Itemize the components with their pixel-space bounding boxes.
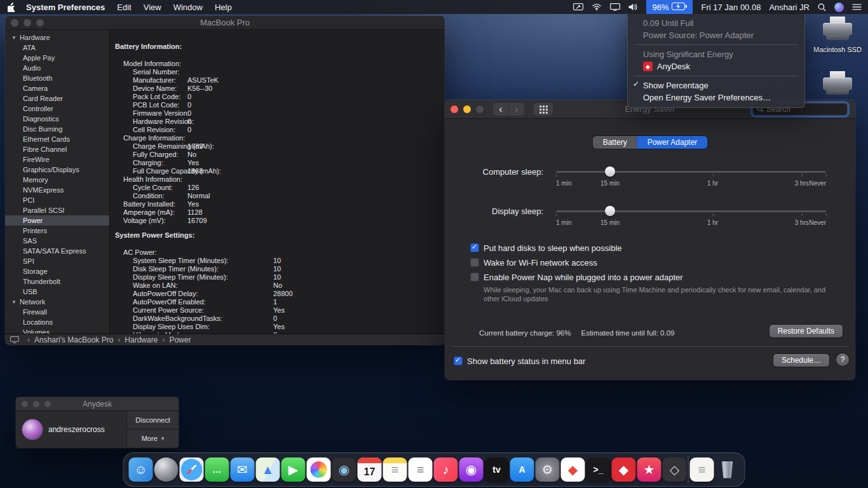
sidebar-item[interactable]: Audio bbox=[5, 63, 109, 73]
menu-bar-battery-row[interactable]: Show battery status in menu bar bbox=[454, 356, 585, 365]
textedit[interactable]: ≡ bbox=[690, 458, 714, 482]
checkbox[interactable] bbox=[470, 243, 479, 252]
menubar-clock[interactable]: Fri 17 Jan 00.08 bbox=[701, 3, 761, 12]
screen-sharing-icon[interactable] bbox=[573, 3, 583, 11]
show-battery-status-checkbox[interactable] bbox=[454, 356, 463, 365]
battery-menu-extra[interactable]: 96% bbox=[646, 0, 693, 14]
menubar-menu[interactable]: Help bbox=[215, 3, 232, 12]
music[interactable]: ♪ bbox=[434, 458, 458, 482]
system-preferences[interactable]: ⚙ bbox=[536, 458, 560, 482]
siri[interactable] bbox=[154, 458, 179, 482]
menubar-menu[interactable]: Edit bbox=[117, 3, 131, 12]
sidebar-item[interactable]: Diagnostics bbox=[5, 114, 109, 124]
slider-knob[interactable] bbox=[605, 166, 615, 177]
sidebar-item[interactable]: Graphics/Displays bbox=[5, 165, 109, 175]
sidebar-item[interactable]: Printers bbox=[5, 226, 109, 236]
open-energy-prefs-item[interactable]: Open Energy Saver Preferences… bbox=[628, 92, 804, 104]
photos[interactable] bbox=[307, 458, 331, 482]
disconnect-button[interactable]: Disconnect bbox=[127, 411, 179, 429]
tab[interactable]: Power Adapter bbox=[637, 136, 708, 149]
sidebar-item[interactable]: Camera bbox=[5, 83, 109, 93]
sidebar-item[interactable]: Controller bbox=[5, 104, 109, 114]
tv[interactable]: tv bbox=[485, 458, 509, 482]
sysinfo-titlebar[interactable]: MacBook Pro bbox=[5, 16, 445, 30]
checkbox-row[interactable]: Put hard disks to sleep when possible bbox=[470, 243, 683, 252]
energy-app-item[interactable]: AnyDesk bbox=[628, 60, 804, 72]
minimize-button[interactable] bbox=[463, 105, 471, 113]
sidebar-item[interactable]: PCI bbox=[5, 195, 109, 205]
sidebar-item[interactable]: Volumes bbox=[5, 327, 109, 334]
sidebar-item[interactable]: Ethernet Cards bbox=[5, 134, 109, 144]
sidebar-item[interactable]: SATA/SATA Express bbox=[5, 246, 109, 256]
anydesk-titlebar[interactable]: Anydesk bbox=[16, 397, 179, 411]
slider-knob[interactable] bbox=[605, 206, 615, 216]
volume-icon[interactable] bbox=[628, 3, 638, 11]
sidebar-item[interactable]: Bluetooth bbox=[5, 73, 109, 83]
siri-icon[interactable] bbox=[834, 3, 844, 12]
sidebar-item[interactable]: SAS bbox=[5, 236, 109, 246]
facetime[interactable]: ▶ bbox=[281, 458, 306, 482]
help-button[interactable]: ? bbox=[836, 353, 849, 366]
restore-defaults-button[interactable]: Restore Defaults bbox=[770, 325, 843, 337]
tab[interactable]: Battery bbox=[593, 136, 637, 149]
mail[interactable]: ✉ bbox=[231, 458, 255, 482]
desktop-printer-icon[interactable] bbox=[815, 71, 860, 98]
menubar-menu[interactable]: Window bbox=[173, 3, 203, 12]
computer-sleep-slider[interactable]: 1 min15 min1 hr3 hrsNever bbox=[556, 165, 826, 194]
forward-button[interactable]: › bbox=[509, 103, 524, 116]
anydesk-2[interactable]: ◆ bbox=[612, 458, 636, 482]
spotlight-search-icon[interactable] bbox=[818, 3, 826, 11]
sidebar-item[interactable]: Card Reader bbox=[5, 93, 109, 104]
podcasts[interactable]: ◉ bbox=[459, 458, 484, 482]
trash[interactable] bbox=[715, 458, 740, 482]
zoom-button[interactable] bbox=[36, 19, 44, 27]
back-button[interactable]: ‹ bbox=[493, 103, 508, 116]
sidebar-item[interactable]: Locations bbox=[5, 317, 109, 327]
notification-center-icon[interactable] bbox=[852, 3, 862, 11]
app-dark[interactable]: ◇ bbox=[663, 458, 687, 482]
sidebar-item[interactable]: Memory bbox=[5, 175, 109, 185]
slider-track[interactable] bbox=[556, 210, 826, 212]
sidebar-item[interactable]: Firewall bbox=[5, 307, 109, 317]
sidebar-item[interactable]: SPI bbox=[5, 256, 109, 266]
sidebar-item[interactable]: Parallel SCSI bbox=[5, 205, 109, 215]
show-percentage-item[interactable]: ✓ Show Percentage bbox=[628, 79, 804, 92]
close-button[interactable] bbox=[11, 19, 18, 27]
sidebar-item[interactable]: Hardware bbox=[5, 32, 109, 43]
messages[interactable]: … bbox=[205, 458, 229, 482]
sidebar-item[interactable]: Apple Pay bbox=[5, 53, 109, 63]
show-all-button[interactable] bbox=[534, 103, 553, 116]
terminal[interactable]: >_ bbox=[587, 458, 611, 482]
minimize-button[interactable] bbox=[24, 19, 31, 27]
checkbox-row[interactable]: Wake for Wi-Fi network access bbox=[470, 258, 683, 267]
sidebar-item[interactable]: FireWire bbox=[5, 154, 109, 165]
zoom-button[interactable] bbox=[476, 105, 484, 113]
minimize-button[interactable] bbox=[33, 401, 39, 407]
zoom-button[interactable] bbox=[44, 401, 51, 407]
reminders[interactable]: ≡ bbox=[409, 458, 433, 482]
menubar-menu[interactable]: View bbox=[144, 3, 161, 12]
sidebar-item[interactable]: Thunderbolt bbox=[5, 276, 109, 287]
finder[interactable]: ☺ bbox=[129, 458, 153, 482]
checkbox[interactable] bbox=[470, 258, 479, 267]
sidebar-item[interactable]: Fibre Channel bbox=[5, 144, 109, 154]
sidebar-item[interactable]: USB bbox=[5, 287, 109, 297]
anydesk[interactable]: ◆ bbox=[561, 458, 585, 482]
sidebar-item[interactable]: ATA bbox=[5, 43, 109, 53]
close-button[interactable] bbox=[22, 401, 28, 407]
sidebar-item[interactable]: Power bbox=[5, 215, 109, 226]
wifi-icon[interactable] bbox=[592, 3, 602, 11]
photo-booth[interactable]: ◉ bbox=[332, 458, 356, 482]
app-pink[interactable]: ★ bbox=[637, 458, 661, 482]
sidebar-item[interactable]: Storage bbox=[5, 266, 109, 276]
sidebar-item[interactable]: Disc Burning bbox=[5, 124, 109, 134]
slider-track[interactable] bbox=[556, 171, 826, 173]
schedule-button[interactable]: Schedule… bbox=[773, 354, 829, 367]
dock-separator[interactable] bbox=[688, 456, 689, 483]
app-store[interactable]: A bbox=[510, 458, 534, 482]
checkbox-row[interactable]: Enable Power Nap while plugged into a po… bbox=[470, 273, 683, 281]
safari[interactable] bbox=[180, 458, 204, 482]
maps[interactable]: ▲ bbox=[256, 458, 280, 482]
desktop-volume-macintosh-ssd[interactable]: Macintosh SSD bbox=[815, 17, 860, 53]
menubar-menu[interactable]: System Preferences bbox=[26, 3, 105, 12]
